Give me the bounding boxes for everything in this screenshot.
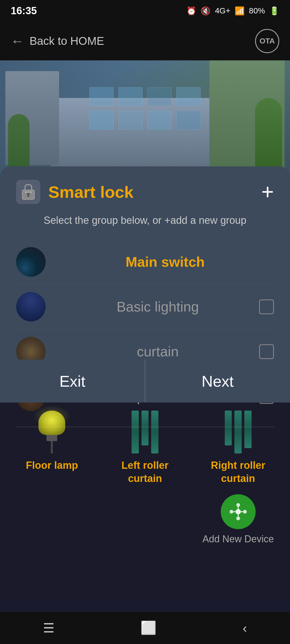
- signal-icon: 📶: [235, 6, 245, 16]
- status-bar: 16:35 ⏰ 🔇 4G+ 📶 80% 🔋: [0, 0, 290, 21]
- nav-home-button[interactable]: ⬜: [140, 620, 157, 635]
- add-device-label: Add New Device: [202, 533, 274, 545]
- add-new-device-fab[interactable]: [221, 494, 256, 529]
- back-arrow-icon: ←: [11, 33, 24, 49]
- nav-back-button[interactable]: ‹: [243, 621, 247, 635]
- right-curtain-label: Right roller curtain: [198, 459, 278, 485]
- add-device-container: Add New Device: [202, 494, 274, 545]
- svg-point-5: [30, 191, 31, 193]
- svg-rect-2: [27, 195, 29, 197]
- smart-lock-icon-wrap: [16, 180, 40, 204]
- nav-menu-button[interactable]: ☰: [43, 620, 55, 635]
- alarm-icon: ⏰: [186, 6, 196, 16]
- modal-header: Smart lock +: [16, 180, 274, 204]
- group-checkbox-curtain[interactable]: [259, 344, 274, 359]
- smart-lock-icon: [21, 183, 36, 201]
- device-item-right-curtain[interactable]: Right roller curtain: [198, 411, 278, 485]
- battery-icon: 🔋: [269, 6, 279, 16]
- svg-point-9: [230, 510, 233, 514]
- modal-divider: [16, 427, 274, 427]
- device-item-left-curtain[interactable]: Left roller curtain: [105, 411, 185, 485]
- left-curtain-label: Left roller curtain: [105, 459, 185, 485]
- svg-point-6: [235, 509, 241, 514]
- modal-header-left: Smart lock: [16, 180, 133, 204]
- modal-footer: Exit Next: [0, 360, 290, 402]
- group-checkbox-basic-lighting[interactable]: [259, 299, 274, 314]
- group-avatar-basic-lighting: [16, 292, 46, 321]
- ota-label: OTA: [259, 37, 275, 45]
- add-group-button[interactable]: +: [261, 181, 274, 203]
- svg-point-7: [236, 503, 240, 507]
- svg-point-3: [25, 191, 26, 193]
- next-button[interactable]: Next: [145, 360, 290, 402]
- top-nav: ← Back to HOME OTA: [0, 21, 290, 60]
- exit-button[interactable]: Exit: [0, 360, 145, 402]
- modal-subtitle: Select the group below, or +add a new gr…: [16, 215, 274, 226]
- modal-title: Smart lock: [48, 182, 133, 202]
- ota-button[interactable]: OTA: [255, 29, 279, 53]
- svg-point-10: [243, 510, 247, 514]
- network-hub-icon: [229, 502, 248, 521]
- below-modal-content: Floor lamp Left roller curtain Right rol…: [0, 402, 290, 598]
- group-item-basic-lighting[interactable]: Basic lighting: [16, 284, 274, 329]
- group-name-main-switch: Main switch: [56, 254, 274, 270]
- group-name-basic-lighting: Basic lighting: [56, 299, 259, 315]
- menu-icon: ☰: [43, 620, 55, 635]
- battery-indicator: 80%: [249, 6, 265, 15]
- group-item-main-switch[interactable]: Main switch: [16, 240, 274, 284]
- group-name-curtain: curtain: [56, 343, 259, 360]
- back-button[interactable]: ← Back to HOME: [11, 33, 104, 49]
- back-nav-icon: ‹: [243, 621, 247, 635]
- svg-point-4: [28, 191, 29, 193]
- status-time: 16:35: [11, 5, 37, 17]
- home-icon: ⬜: [140, 620, 157, 635]
- group-avatar-main-switch: [16, 247, 46, 277]
- modal-sheet: Smart lock + Select the group below, or …: [0, 166, 290, 402]
- floor-lamp-label: Floor lamp: [26, 459, 78, 472]
- device-item-floor-lamp[interactable]: Floor lamp: [12, 411, 92, 485]
- status-icons: ⏰ 🔇 4G+ 📶 80% 🔋: [186, 6, 279, 16]
- mute-icon: 🔇: [201, 6, 211, 16]
- network-icon: 4G+: [215, 6, 230, 15]
- back-label: Back to HOME: [30, 35, 104, 47]
- bottom-nav: ☰ ⬜ ‹: [0, 612, 290, 644]
- svg-point-8: [236, 517, 240, 520]
